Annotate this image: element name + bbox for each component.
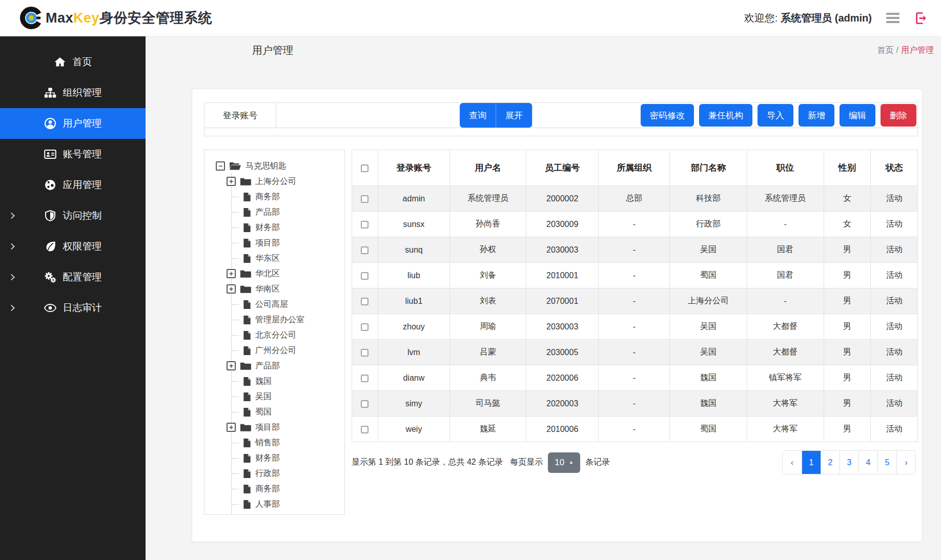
tree-node-label[interactable]: 马克思钥匙 <box>246 161 290 172</box>
page-button[interactable]: 3 <box>840 451 858 474</box>
expand-expander-icon[interactable] <box>227 177 236 186</box>
tree-node-label[interactable]: 财务部 <box>255 222 283 233</box>
tree-node[interactable]: 上海分公司 <box>232 174 341 189</box>
page-button[interactable]: › <box>896 451 915 474</box>
table-row[interactable]: zhouy 周瑜 2030003 - 吴国 大都督 男 活动 <box>352 314 918 340</box>
expand-expander-icon[interactable] <box>227 269 236 278</box>
sidebar-item-accounts[interactable]: 账号管理 <box>0 139 146 170</box>
tree-node-label[interactable]: 商务部 <box>255 192 283 202</box>
tree-node[interactable]: 蜀国 <box>232 404 341 420</box>
delete-button[interactable]: 删除 <box>881 104 916 127</box>
tree-node-label[interactable]: 华南区 <box>255 284 283 295</box>
sidebar-item-permissions[interactable]: 权限管理 <box>0 231 146 262</box>
tree-node-label[interactable]: 魏国 <box>255 376 275 387</box>
page-size-dropdown[interactable]: 10 <box>548 452 580 473</box>
tree-node-label[interactable]: 华东区 <box>255 253 283 264</box>
tree-node-label[interactable]: 管理层办公室 <box>255 315 308 325</box>
tree-node[interactable]: 财务部 <box>232 220 341 235</box>
page-button[interactable]: 1 <box>802 451 821 474</box>
sidebar-item-apps[interactable]: 应用管理 <box>0 170 146 200</box>
tree-node[interactable]: 商务部 <box>232 481 341 496</box>
login-account-input[interactable] <box>276 103 460 128</box>
tree-node-label[interactable]: 项目部 <box>255 422 283 433</box>
row-checkbox[interactable] <box>361 195 369 203</box>
tree-node-label[interactable]: 人事部 <box>255 499 283 510</box>
page-button[interactable]: 4 <box>858 451 877 474</box>
expand-button[interactable]: 展开 <box>496 103 532 128</box>
change-password-button[interactable]: 密码修改 <box>641 104 694 127</box>
table-row[interactable]: sunq 孙权 2030003 - 吴国 国君 男 活动 <box>352 237 918 263</box>
table-row[interactable]: simy 司马懿 2020003 - 魏国 大将军 男 活动 <box>352 391 918 417</box>
sidebar-item-home[interactable]: 首页 <box>0 47 146 77</box>
tree-node-label[interactable]: 商务部 <box>255 484 283 494</box>
select-all-checkbox[interactable] <box>361 164 369 172</box>
tree-node[interactable]: 商务部 <box>232 189 341 204</box>
bars-icon[interactable] <box>885 11 901 25</box>
row-checkbox[interactable] <box>361 375 369 382</box>
table-row[interactable]: liub1 刘表 2070001 - 上海分公司 - 男 活动 <box>352 288 918 314</box>
tree-node[interactable]: 项目部 <box>232 235 341 251</box>
expand-expander-icon[interactable] <box>227 423 236 432</box>
tree-root-node[interactable]: 马克思钥匙 <box>216 158 341 174</box>
row-checkbox[interactable] <box>361 298 369 305</box>
tree-node[interactable]: 公司高层 <box>232 297 341 312</box>
tree-node-label[interactable]: 项目部 <box>255 238 283 248</box>
tree-node-label[interactable]: 分支机构 <box>255 514 291 515</box>
table-row[interactable]: admin 系统管理员 2000002 总部 科技部 系统管理员 女 活动 <box>352 186 918 212</box>
tree-node-label[interactable]: 产品部 <box>255 207 283 218</box>
tree-node-label[interactable]: 蜀国 <box>255 407 275 418</box>
tree-node[interactable]: 管理层办公室 <box>232 312 341 327</box>
row-checkbox[interactable] <box>361 349 369 357</box>
breadcrumb-home-link[interactable]: 首页 <box>877 46 894 54</box>
brand-logo[interactable]: MaxKey身份安全管理系统 <box>19 6 212 30</box>
expand-expander-icon[interactable] <box>227 361 236 370</box>
tree-node-label[interactable]: 上海分公司 <box>255 176 299 187</box>
tree-node[interactable]: 项目部 <box>232 420 341 435</box>
tree-node[interactable]: 产品部 <box>232 358 341 374</box>
tree-node[interactable]: 华南区 <box>232 281 341 297</box>
row-checkbox[interactable] <box>361 246 369 254</box>
sidebar-item-org[interactable]: 组织管理 <box>0 77 146 108</box>
table-row[interactable]: dianw 典韦 2020006 - 魏国 镇军将军 男 活动 <box>352 365 918 391</box>
tree-node[interactable]: 人事部 <box>232 496 341 512</box>
tree-node[interactable]: 分支机构 <box>232 512 341 515</box>
tree-node-label[interactable]: 公司高层 <box>255 299 291 310</box>
tree-node-label[interactable]: 广州分公司 <box>255 345 299 356</box>
edit-button[interactable]: 编辑 <box>840 104 875 127</box>
sign-out-icon[interactable] <box>914 11 928 25</box>
row-checkbox[interactable] <box>361 400 369 408</box>
sidebar-item-access-control[interactable]: 访问控制 <box>0 200 146 231</box>
table-row[interactable]: sunsx 孙尚香 2030009 - 行政部 - 女 活动 <box>352 212 918 237</box>
tree-node[interactable]: 财务部 <box>232 450 341 466</box>
page-button[interactable]: ‹ <box>783 451 802 474</box>
tree-node[interactable]: 华东区 <box>232 251 341 266</box>
tree-node[interactable]: 吴国 <box>232 389 341 404</box>
tree-node[interactable]: 华北区 <box>232 266 341 281</box>
row-checkbox[interactable] <box>361 272 369 280</box>
tree-node-label[interactable]: 华北区 <box>255 268 283 279</box>
tree-node[interactable]: 销售部 <box>232 435 341 450</box>
tree-node[interactable]: 魏国 <box>232 374 341 389</box>
tree-node[interactable]: 广州分公司 <box>232 343 341 358</box>
sidebar-item-config[interactable]: 配置管理 <box>0 262 146 293</box>
tree-node-label[interactable]: 行政部 <box>255 468 283 479</box>
table-row[interactable]: lvm 吕蒙 2030005 - 吴国 大都督 男 活动 <box>352 340 918 365</box>
row-checkbox[interactable] <box>361 323 369 331</box>
table-row[interactable]: liub 刘备 2010001 - 蜀国 国君 男 活动 <box>352 263 918 288</box>
tree-node[interactable]: 北京分公司 <box>232 327 341 343</box>
tree-node-label[interactable]: 产品部 <box>255 361 283 371</box>
tree-node-label[interactable]: 北京分公司 <box>255 330 299 341</box>
sidebar-item-audit[interactable]: 日志审计 <box>0 293 146 323</box>
row-checkbox[interactable] <box>361 426 369 433</box>
add-button[interactable]: 新增 <box>799 104 834 127</box>
tree-node[interactable]: 行政部 <box>232 466 341 481</box>
expand-expander-icon[interactable] <box>227 284 236 294</box>
collapse-expander-icon[interactable] <box>216 161 225 171</box>
query-button[interactable]: 查询 <box>460 103 496 128</box>
row-checkbox[interactable] <box>361 221 369 229</box>
page-button[interactable]: 2 <box>821 451 840 474</box>
tree-node-label[interactable]: 财务部 <box>255 453 283 464</box>
sidebar-item-users[interactable]: 用户管理 <box>0 108 146 139</box>
tree-node-label[interactable]: 吴国 <box>255 391 275 402</box>
table-row[interactable]: weiy 魏延 2010006 - 蜀国 大将军 男 活动 <box>352 417 918 442</box>
